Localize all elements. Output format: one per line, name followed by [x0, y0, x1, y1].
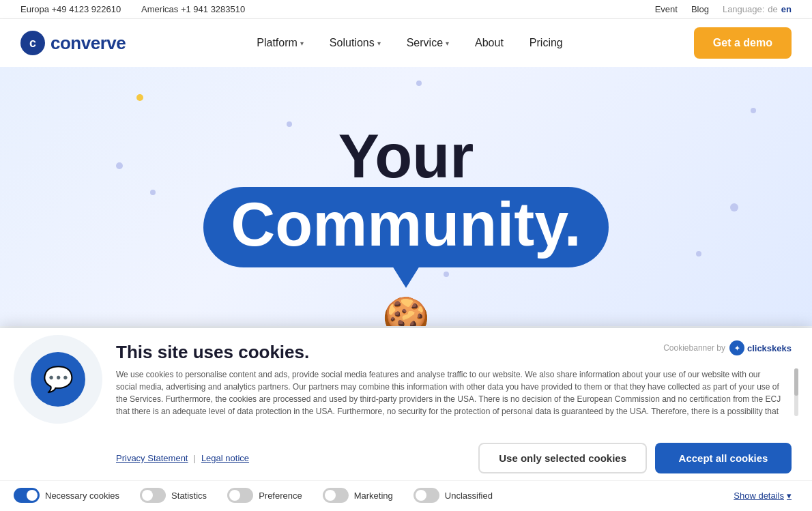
decorative-dot: [116, 162, 123, 169]
cookie-chat-icon: 💬: [43, 365, 74, 394]
chevron-down-icon: ▾: [377, 40, 381, 47]
statistics-label: Statistics: [171, 491, 207, 501]
logo-letter: c: [29, 36, 36, 50]
lang-de[interactable]: de: [768, 4, 777, 14]
hero-text: Your Community.: [203, 126, 608, 267]
powered-by-label: Cookiebanner by: [663, 343, 725, 353]
cookie-toggles: Necessary cookies Statistics Preference …: [0, 480, 812, 511]
toggle-marketing: Marketing: [323, 488, 393, 503]
decorative-dot: [751, 108, 756, 113]
cookie-actions: Privacy Statement | Legal notice Use onl…: [0, 437, 812, 480]
cookie-buttons: Use only selected cookies Accept all coo…: [478, 443, 792, 473]
statistics-toggle[interactable]: [140, 488, 166, 503]
unclassified-label: Unclassified: [445, 491, 493, 501]
europa-phone: Europa +49 4123 922610: [20, 4, 121, 14]
hero-line2: Community.: [203, 187, 608, 267]
language-label: Language:: [723, 4, 764, 14]
cookie-scrollbar[interactable]: [794, 368, 798, 416]
navbar: c converve Platform ▾ Solutions ▾ Servic…: [0, 19, 812, 67]
show-details-button[interactable]: Show details ▾: [734, 491, 792, 501]
hero-line1: Your: [203, 126, 608, 187]
decorative-dot: [136, 94, 143, 101]
toggle-preference: Preference: [227, 488, 302, 503]
nav-links: Platform ▾ Solutions ▾ Service ▾ About P…: [247, 31, 572, 55]
preference-toggle[interactable]: [227, 488, 253, 503]
marketing-label: Marketing: [354, 491, 393, 501]
chevron-down-icon: ▾: [300, 40, 304, 47]
use-selected-button[interactable]: Use only selected cookies: [478, 443, 647, 473]
nav-pricing[interactable]: Pricing: [520, 31, 572, 55]
legal-notice-link[interactable]: Legal notice: [201, 453, 249, 463]
nav-solutions[interactable]: Solutions ▾: [320, 31, 390, 55]
nav-platform[interactable]: Platform ▾: [247, 31, 313, 55]
decorative-dot: [150, 190, 156, 195]
decorative-dot: [696, 251, 701, 257]
topbar-right: Event Blog Language: de en: [655, 4, 792, 14]
preference-label: Preference: [259, 491, 302, 501]
accept-all-button[interactable]: Accept all cookies: [655, 443, 792, 473]
cookieskeks-icon: ✦: [729, 340, 744, 355]
language-selector: Language: de en: [723, 4, 792, 14]
hero-section: Your Community. 🍪: [0, 67, 812, 326]
chevron-down-icon: ▾: [446, 40, 449, 47]
separator: |: [194, 453, 196, 463]
chevron-down-icon: ▾: [787, 491, 792, 501]
decorative-dot: [444, 272, 449, 277]
cookie-overlay: Cookiebanner by ✦ clickskeks 💬 This site…: [0, 328, 812, 511]
toggle-necessary: Necessary cookies: [14, 488, 119, 503]
americas-phone: Americas +1 941 3283510: [141, 4, 245, 14]
toggle-statistics: Statistics: [140, 488, 207, 503]
unclassified-toggle[interactable]: [414, 488, 439, 503]
cookieskeks-logo: ✦ clickskeks: [729, 340, 792, 355]
privacy-statement-link[interactable]: Privacy Statement: [116, 453, 188, 463]
blog-link[interactable]: Blog: [691, 4, 709, 14]
cookie-scrollbar-thumb: [794, 368, 798, 396]
nav-about[interactable]: About: [465, 31, 513, 55]
cookie-powered-by: Cookiebanner by ✦ clickskeks: [663, 340, 792, 355]
logo-text: converve: [50, 33, 126, 54]
necessary-toggle[interactable]: [14, 488, 40, 503]
nav-service[interactable]: Service ▾: [397, 31, 459, 55]
cookie-logo-circle: 💬: [14, 335, 102, 424]
logo[interactable]: c converve: [20, 31, 126, 55]
necessary-label: Necessary cookies: [45, 491, 119, 501]
event-link[interactable]: Event: [655, 4, 678, 14]
show-details-label: Show details: [734, 491, 784, 501]
cookie-desc-wrapper[interactable]: We use cookies to personalise content an…: [116, 368, 792, 416]
decorative-dot: [416, 81, 422, 86]
demo-button[interactable]: Get a demo: [694, 27, 792, 59]
cookie-links: Privacy Statement | Legal notice: [116, 453, 249, 463]
topbar-left: Europa +49 4123 922610 Americas +1 941 3…: [20, 4, 245, 14]
cookie-logo-inner: 💬: [31, 352, 85, 407]
cookie-banner: Cookiebanner by ✦ clickskeks 💬 This site…: [0, 328, 812, 511]
decorative-dot: [730, 203, 738, 211]
marketing-toggle[interactable]: [323, 488, 349, 503]
cookie-icon: 🍪: [382, 295, 430, 326]
toggle-unclassified: Unclassified: [414, 488, 493, 503]
cookieskeks-text: clickskeks: [747, 343, 792, 353]
logo-icon: c: [20, 31, 45, 55]
cookie-description: We use cookies to personalise content an…: [116, 368, 783, 416]
lang-en[interactable]: en: [781, 4, 792, 14]
topbar: Europa +49 4123 922610 Americas +1 941 3…: [0, 0, 812, 19]
